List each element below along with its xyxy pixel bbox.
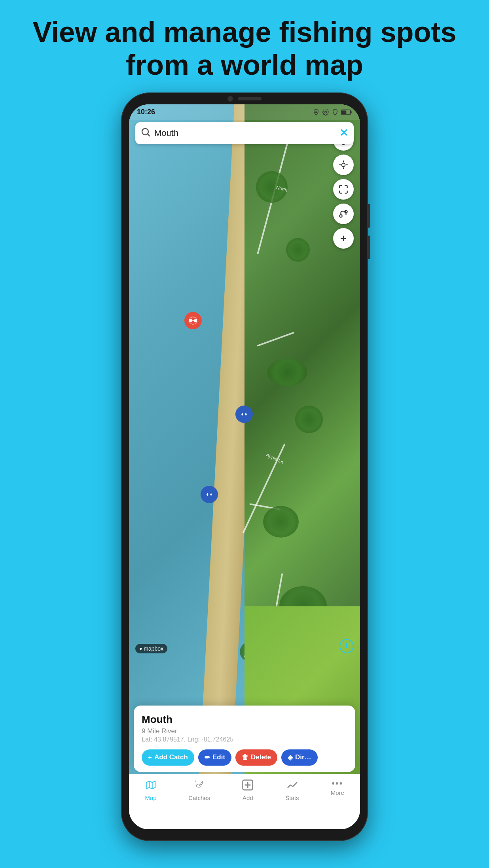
svg-point-3 xyxy=(243,413,243,414)
phone-camera xyxy=(227,96,233,102)
mapbox-logo: ● mapbox xyxy=(135,644,167,653)
nav-item-catches[interactable]: Catches xyxy=(184,779,214,801)
route-button[interactable] xyxy=(333,204,354,224)
bottom-nav: Map Catches xyxy=(129,774,360,829)
location-button[interactable] xyxy=(333,155,354,175)
svg-point-11 xyxy=(315,111,317,113)
catches-nav-icon xyxy=(193,779,205,793)
directions-icon: ◈ xyxy=(288,753,293,762)
location-subtitle: 9 Mile River xyxy=(142,727,347,735)
svg-line-17 xyxy=(148,134,150,136)
more-nav-icon: ••• xyxy=(332,779,343,788)
search-clear-button[interactable]: ✕ xyxy=(339,127,348,139)
fish-icon-blue-2 xyxy=(204,489,215,500)
edit-label: Edit xyxy=(212,753,225,761)
stats-nav-icon xyxy=(286,779,298,793)
map-nav-icon xyxy=(145,779,157,793)
zoom-in-icon: + xyxy=(340,232,347,245)
marker-blue-1[interactable] xyxy=(235,406,253,423)
location-pin-status-icon xyxy=(332,109,339,116)
expand-button[interactable] xyxy=(333,179,354,200)
mapbox-text: mapbox xyxy=(144,645,163,652)
svg-rect-14 xyxy=(351,111,352,113)
location-name: Mouth xyxy=(142,713,347,726)
search-input-wrap: Mouth ✕ xyxy=(135,122,354,144)
mapbox-attribution: ● mapbox xyxy=(135,644,167,653)
header-text: View and manage fishing spots from a wor… xyxy=(0,0,489,89)
action-buttons: + Add Catch ✏ Edit 🗑 Delete ◈ Dir… xyxy=(142,749,347,766)
add-catch-button[interactable]: + Add Catch xyxy=(142,749,194,766)
location-icon xyxy=(338,160,349,170)
more-nav-label: More xyxy=(331,789,344,796)
directions-label: Dir… xyxy=(295,753,311,761)
svg-point-21 xyxy=(199,785,200,785)
mapbox-circle-icon: ● xyxy=(139,646,142,651)
info-button[interactable]: i xyxy=(339,639,354,653)
info-icon: i xyxy=(345,642,347,650)
phone-wrapper: North Apple Ln Oak Ln xyxy=(0,93,489,840)
expand-icon xyxy=(338,184,349,194)
tree-patch xyxy=(263,506,299,538)
location-coords: Lat: 43.879517, Lng: -81.724625 xyxy=(142,736,347,743)
map-nav-label: Map xyxy=(145,794,156,801)
volume-up-button[interactable] xyxy=(367,204,370,228)
add-catch-label: Add Catch xyxy=(154,753,188,761)
volume-down-button[interactable] xyxy=(367,236,370,259)
svg-point-6 xyxy=(342,163,345,166)
edit-icon: ✏ xyxy=(205,753,210,762)
route-icon xyxy=(338,209,349,219)
tree-patch xyxy=(295,406,323,433)
add-catch-icon: + xyxy=(148,753,152,761)
delete-label: Delete xyxy=(251,753,271,761)
map-area[interactable]: North Apple Ln Oak Ln xyxy=(129,104,360,774)
add-nav-icon xyxy=(242,779,254,793)
directions-button[interactable]: ◈ Dir… xyxy=(281,749,318,766)
marker-red[interactable] xyxy=(184,312,202,329)
map-background: North Apple Ln Oak Ln xyxy=(129,104,360,774)
search-bar[interactable]: Mouth ✕ xyxy=(135,122,354,144)
map-controls: + xyxy=(333,130,354,249)
status-icons xyxy=(313,109,352,116)
add-nav-label: Add xyxy=(243,794,253,801)
status-bar: 10:26 xyxy=(129,104,360,120)
svg-rect-15 xyxy=(342,110,347,114)
catches-nav-label: Catches xyxy=(188,794,210,801)
svg-point-4 xyxy=(205,490,214,499)
fish-icon-red xyxy=(188,315,199,326)
phone-speaker xyxy=(238,97,262,100)
location-card: Mouth 9 Mile River Lat: 43.879517, Lng: … xyxy=(134,706,355,772)
delete-icon: 🗑 xyxy=(242,753,248,761)
nav-item-stats[interactable]: Stats xyxy=(281,779,303,801)
fish-icon-blue-1 xyxy=(239,409,250,420)
battery-icon xyxy=(341,109,352,116)
mapbox-info[interactable]: i xyxy=(339,639,354,653)
nav-item-more[interactable]: ••• More xyxy=(327,779,348,796)
search-value[interactable]: Mouth xyxy=(154,128,339,138)
marker-blue-2[interactable] xyxy=(201,486,218,503)
svg-point-2 xyxy=(239,409,248,419)
svg-point-20 xyxy=(196,784,201,787)
phone-frame: North Apple Ln Oak Ln xyxy=(122,93,367,840)
zoom-in-button[interactable]: + xyxy=(333,228,354,249)
phone-notch xyxy=(205,93,284,104)
edit-button[interactable]: ✏ Edit xyxy=(198,749,231,766)
status-time: 10:26 xyxy=(137,108,155,116)
nav-item-map[interactable]: Map xyxy=(141,779,161,801)
nav-item-add[interactable]: Add xyxy=(238,779,258,801)
svg-point-5 xyxy=(208,494,209,494)
svg-point-1 xyxy=(192,319,193,320)
settings-status-icon xyxy=(322,109,329,116)
stats-nav-label: Stats xyxy=(285,794,299,801)
phone-screen: North Apple Ln Oak Ln xyxy=(129,104,360,829)
search-icon xyxy=(141,127,150,139)
svg-point-12 xyxy=(325,111,327,113)
gps-status-icon xyxy=(313,109,320,116)
delete-button[interactable]: 🗑 Delete xyxy=(235,749,277,766)
